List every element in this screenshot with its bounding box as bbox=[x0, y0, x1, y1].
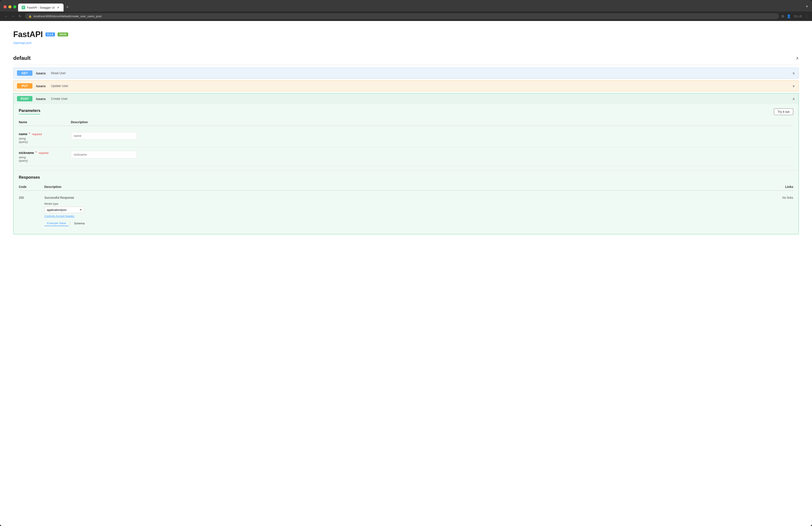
params-col-name: Name bbox=[19, 120, 67, 124]
url-text: localhost:8000/docs#/default/create_user… bbox=[33, 15, 102, 18]
endpoint-desc-post: Create User bbox=[51, 97, 68, 100]
response-row-200: 200 Successful Response Media type appli… bbox=[19, 192, 793, 230]
traffic-lights bbox=[3, 5, 16, 9]
response-code-200: 200 bbox=[19, 196, 41, 226]
param-nickname-type: string bbox=[19, 156, 67, 159]
api-title-row: FastAPI 0.1.0 OAS3 bbox=[13, 30, 799, 39]
param-type: string bbox=[19, 137, 67, 140]
response-description-text: Successful Response bbox=[44, 196, 768, 199]
version-badge: 0.1.0 bbox=[45, 32, 55, 37]
endpoint-desc-put: Update User bbox=[51, 84, 68, 88]
endpoint-left-post: POST /users Create User bbox=[17, 96, 68, 101]
param-name-label: name bbox=[19, 132, 27, 136]
lock-icon: 🔒 bbox=[28, 15, 32, 18]
param-row-name: name * required string (query) bbox=[19, 129, 793, 147]
params-table-header: Name Description bbox=[19, 118, 793, 126]
browser-titlebar: F FastAPI - Swagger UI ✕ + ▼ bbox=[0, 0, 812, 12]
parameters-section: Parameters Try it out Name Description bbox=[13, 104, 799, 170]
active-tab[interactable]: F FastAPI - Swagger UI ✕ bbox=[18, 3, 63, 12]
tab-title: FastAPI - Swagger UI bbox=[27, 6, 55, 9]
parameters-title-wrapper: Parameters bbox=[19, 109, 40, 114]
responses-title: Responses bbox=[19, 175, 793, 180]
endpoint-row-put[interactable]: PUT /users Update User ∨ bbox=[13, 80, 799, 91]
user-icon[interactable]: 👤 bbox=[787, 14, 791, 18]
parameters-header: Parameters Try it out bbox=[19, 109, 793, 115]
media-type-label: Media type bbox=[44, 202, 768, 205]
back-button[interactable]: ← bbox=[3, 13, 9, 19]
endpoint-row-get[interactable]: GET /users Read User ∨ bbox=[13, 68, 799, 79]
param-name-row: name * required bbox=[19, 132, 67, 136]
param-nickname-label: nickname bbox=[19, 151, 34, 155]
oas-badge: OAS3 bbox=[58, 32, 68, 37]
user-name: 게스트 bbox=[794, 14, 802, 18]
section-header: default ∧ bbox=[13, 52, 799, 65]
response-desc-col: Successful Response Media type applicati… bbox=[44, 196, 768, 226]
openapi-link[interactable]: /openapi.json bbox=[13, 41, 31, 45]
endpoint-chevron-get: ∨ bbox=[792, 71, 795, 75]
response-col-links: Links bbox=[771, 185, 793, 188]
endpoint-chevron-post: ∧ bbox=[792, 97, 795, 101]
section-toggle-button[interactable]: ∧ bbox=[796, 56, 799, 60]
param-required-text: required bbox=[32, 133, 42, 136]
tab-favicon: F bbox=[21, 6, 25, 9]
tab-close-icon[interactable]: ✕ bbox=[57, 5, 60, 10]
example-value-tabs: Example Value | Schema bbox=[44, 221, 768, 226]
response-col-desc: Description bbox=[44, 185, 768, 188]
window-split-icon[interactable]: ⧉ bbox=[782, 14, 784, 18]
maximize-button[interactable] bbox=[13, 5, 16, 9]
parameters-title: Parameters bbox=[19, 109, 40, 114]
close-button[interactable] bbox=[3, 5, 6, 9]
endpoint-path-get: /users bbox=[36, 71, 46, 75]
api-header: FastAPI 0.1.0 OAS3 /openapi.json bbox=[13, 30, 799, 45]
param-nickname-location: (query) bbox=[19, 159, 67, 162]
response-links: No links bbox=[771, 196, 793, 226]
endpoint-path-post: /users bbox=[36, 97, 46, 101]
param-nickname-name-col: nickname * required string (query) bbox=[19, 151, 67, 162]
menu-icon[interactable]: ⋮ bbox=[805, 14, 809, 18]
minimize-button[interactable] bbox=[9, 5, 12, 9]
responses-section: Responses Code Description Links 200 Suc… bbox=[13, 170, 799, 234]
param-required-dot: * bbox=[29, 132, 30, 136]
responses-table-header: Code Description Links bbox=[19, 183, 793, 190]
media-type-select[interactable]: application/json bbox=[44, 207, 84, 213]
endpoint-left-put: PUT /users Update User bbox=[17, 83, 68, 88]
param-nickname-input[interactable] bbox=[71, 151, 137, 158]
section-title: default bbox=[13, 55, 31, 61]
new-tab-button[interactable]: + bbox=[64, 4, 71, 11]
nav-buttons: ← → ↻ bbox=[3, 13, 22, 19]
controls-accept-link[interactable]: Controls Accept header. bbox=[44, 214, 768, 218]
endpoint-desc-get: Read User bbox=[51, 71, 66, 75]
api-title: FastAPI bbox=[13, 30, 43, 39]
tabs-bar: F FastAPI - Swagger UI ✕ + bbox=[18, 3, 70, 12]
params-col-desc: Description bbox=[71, 120, 793, 124]
param-row-nickname: nickname * required string (query) bbox=[19, 147, 793, 166]
param-nickname-required-text: required bbox=[39, 152, 48, 155]
forward-button[interactable]: → bbox=[11, 13, 16, 19]
method-badge-post: POST bbox=[17, 96, 32, 101]
example-value-tab[interactable]: Example Value bbox=[44, 221, 69, 226]
post-expanded-content: Parameters Try it out Name Description bbox=[13, 104, 799, 234]
api-section-default: default ∧ GET /users Read User ∨ PUT /us… bbox=[13, 52, 799, 234]
method-badge-put: PUT bbox=[17, 83, 32, 88]
schema-tab[interactable]: Schema bbox=[72, 221, 87, 226]
endpoint-chevron-put: ∨ bbox=[792, 84, 795, 88]
browser-window: F FastAPI - Swagger UI ✕ + ▼ ← → ↻ 🔒 loc… bbox=[0, 0, 812, 526]
browser-controls: ⧉ 👤 게스트 ⋮ bbox=[782, 14, 809, 18]
param-nickname-name-row: nickname * required bbox=[19, 151, 67, 155]
address-bar: ← → ↻ 🔒 localhost:8000/docs#/default/cre… bbox=[0, 12, 812, 21]
tab-dropdown-icon[interactable]: ▼ bbox=[806, 5, 809, 8]
param-input-col bbox=[71, 132, 793, 140]
page-content: FastAPI 0.1.0 OAS3 /openapi.json default… bbox=[0, 21, 812, 526]
try-it-out-button[interactable]: Try it out bbox=[774, 109, 793, 115]
endpoint-left-get: GET /users Read User bbox=[17, 70, 66, 76]
media-type-select-wrapper: application/json bbox=[44, 207, 84, 213]
param-name-input[interactable] bbox=[71, 132, 137, 140]
param-name-col: name * required string (query) bbox=[19, 132, 67, 144]
url-bar[interactable]: 🔒 localhost:8000/docs#/default/create_us… bbox=[25, 13, 779, 19]
method-badge-get: GET bbox=[17, 70, 32, 76]
param-nickname-required-dot: * bbox=[35, 151, 37, 155]
param-location: (query) bbox=[19, 140, 67, 144]
refresh-button[interactable]: ↻ bbox=[18, 13, 22, 19]
endpoint-row-post[interactable]: POST /users Create User ∧ bbox=[13, 93, 799, 104]
response-col-code: Code bbox=[19, 185, 41, 188]
